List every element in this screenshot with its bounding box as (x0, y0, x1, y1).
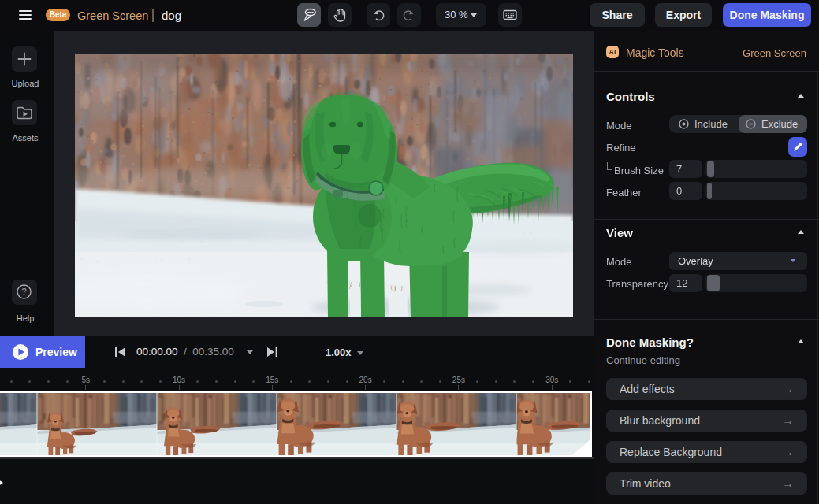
svg-text:?: ? (21, 287, 26, 296)
